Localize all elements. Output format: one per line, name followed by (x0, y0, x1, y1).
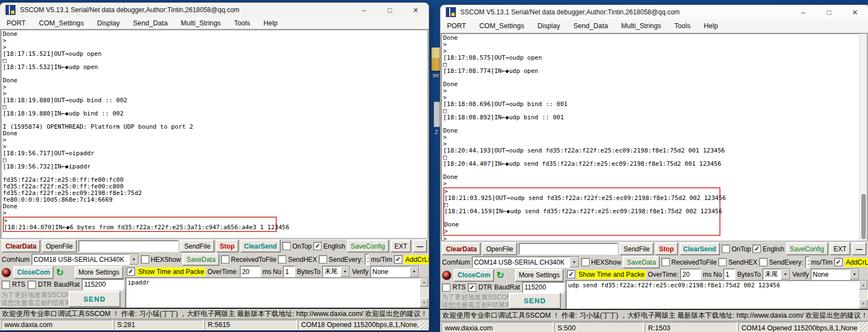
send-interval-input[interactable]: 1000 (805, 256, 809, 268)
stop-button[interactable]: Stop (655, 243, 678, 255)
dtr-label[interactable]: DTR (38, 281, 52, 288)
terminal-scrollbar[interactable] (859, 34, 867, 241)
verify-select[interactable]: None ▼ (811, 268, 860, 280)
maximize-button[interactable]: □ (377, 3, 403, 17)
com-port-select[interactable]: COM14 USB-SERIAL CH340K ▼ (472, 256, 580, 268)
send-interval-input[interactable]: 1000 (365, 254, 369, 265)
send-file-button[interactable]: SendFile (180, 240, 214, 252)
split-mode-select[interactable]: 末尾 ▼ (762, 268, 791, 280)
dtr-checkbox[interactable]: ✓ (468, 283, 476, 292)
menu-tools[interactable]: Tools (675, 22, 691, 30)
bytes-input[interactable]: 1 (723, 268, 735, 280)
addcrlf-label[interactable]: AddCrLf (404, 255, 429, 264)
save-config-button[interactable]: SaveConfig (347, 240, 389, 252)
menu-help[interactable]: Help (704, 22, 718, 30)
addcrlf-checkbox[interactable]: ✓ (834, 258, 843, 266)
english-checkbox[interactable]: ✓ (753, 245, 761, 253)
english-label[interactable]: English (323, 243, 345, 250)
dropdown-arrow-icon[interactable]: ▼ (850, 269, 859, 280)
dropdown-arrow-icon[interactable]: ▼ (129, 254, 139, 265)
scroll-up-icon[interactable]: ▲ (859, 281, 867, 289)
scroll-down-icon[interactable]: ▼ (859, 299, 867, 308)
status-website[interactable]: www.daxia.com (441, 322, 553, 332)
received-to-file-label[interactable]: ReceivedToFile (231, 256, 276, 264)
addcrlf-label[interactable]: AddCrLf (844, 258, 868, 267)
sendhex-checkbox[interactable] (278, 255, 286, 264)
sendevery-label[interactable]: SendEvery: (769, 259, 803, 266)
receive-log[interactable]: Done > > [18:17:08.575]OUT→◇udp open □ [… (441, 33, 867, 241)
stop-button[interactable]: Stop (216, 240, 239, 252)
ext-button[interactable]: EXT (391, 240, 411, 252)
dropdown-arrow-icon[interactable]: ▼ (781, 269, 790, 280)
scroll-down-icon[interactable]: ▼ (420, 298, 428, 307)
menu-display[interactable]: Display (538, 22, 560, 30)
menu-tools[interactable]: Tools (234, 19, 250, 27)
show-time-label[interactable]: Show Time and Packe (577, 270, 646, 279)
sendhex-checkbox[interactable] (718, 258, 727, 266)
receive-log[interactable]: Done > > [18:17:15.521]OUT→◇udp open □ [… (1, 29, 428, 239)
open-file-button[interactable]: OpenFile (482, 243, 517, 255)
received-to-file-label[interactable]: ReceivedToFile (671, 259, 717, 266)
open-file-button[interactable]: OpenFile (42, 240, 77, 252)
menu-help[interactable]: Help (264, 19, 278, 27)
menu-multi-strings[interactable]: Multi_Strings (181, 19, 220, 27)
collapse-button[interactable]: — (413, 240, 427, 252)
send-file-button[interactable]: SendFile (619, 243, 653, 255)
maximize-button[interactable]: □ (816, 5, 842, 19)
menu-send-data[interactable]: Send_Data (133, 19, 168, 27)
rts-label[interactable]: RTS (12, 281, 25, 288)
dtr-label[interactable]: DTR (478, 283, 492, 291)
send-text-input[interactable]: ipaddr ▲ ▼ (125, 277, 429, 308)
hexshow-checkbox[interactable] (141, 255, 149, 264)
rts-checkbox[interactable] (2, 281, 10, 289)
sendhex-label[interactable]: SendHEX (728, 259, 757, 266)
refresh-ports-icon[interactable]: ↻ (496, 271, 504, 280)
scrollbar-thumb[interactable] (861, 194, 866, 239)
ontop-label[interactable]: OnTop (292, 243, 312, 250)
resize-grip[interactable] (860, 322, 867, 332)
menu-port[interactable]: PORT (7, 19, 26, 27)
dropdown-arrow-icon[interactable]: ▼ (340, 266, 350, 277)
more-settings-button[interactable]: More Settings (75, 266, 123, 279)
sendevery-checkbox[interactable] (319, 255, 327, 264)
send-button[interactable]: SEND (509, 293, 561, 309)
sendhex-label[interactable]: SendHEX (288, 256, 317, 264)
desktop-sticky-note-icon[interactable] (432, 48, 440, 71)
clear-send-button[interactable]: ClearSend (240, 240, 281, 252)
refresh-ports-icon[interactable]: ↻ (56, 268, 64, 277)
more-settings-button[interactable]: More Settings (515, 269, 564, 282)
send-text-input[interactable]: udp send fd35:f22a:f22f:e25:ec09:2198:f8… (566, 280, 868, 309)
close-button[interactable]: ✕ (842, 5, 868, 19)
send-file-path-input[interactable] (519, 243, 618, 255)
save-data-button[interactable]: SaveData (182, 253, 219, 266)
split-mode-select[interactable]: 末尾 ▼ (322, 266, 350, 277)
dropdown-arrow-icon[interactable]: ▼ (409, 266, 419, 277)
dtr-checkbox[interactable] (28, 281, 36, 289)
close-button[interactable]: ✕ (403, 3, 429, 17)
ext-button[interactable]: EXT (830, 243, 850, 255)
menu-com-settings[interactable]: COM_Settings (480, 22, 524, 30)
menu-multi-strings[interactable]: Multi_Strings (621, 22, 661, 30)
clear-data-button[interactable]: ClearData (2, 240, 40, 252)
addcrlf-checkbox[interactable]: ✓ (394, 255, 402, 264)
ontop-checkbox[interactable] (722, 245, 730, 253)
send-button[interactable]: SEND (69, 291, 120, 307)
dropdown-arrow-icon[interactable]: ▼ (570, 257, 579, 267)
received-to-file-checkbox[interactable] (661, 258, 670, 266)
menu-display[interactable]: Display (97, 19, 120, 27)
minimize-button[interactable]: – (790, 5, 816, 19)
menu-com-settings[interactable]: COM_Settings (39, 19, 84, 27)
resize-grip[interactable] (420, 320, 428, 330)
minimize-button[interactable]: – (351, 3, 377, 17)
verify-select[interactable]: None ▼ (370, 266, 419, 277)
status-website[interactable]: www.daxia.com (1, 320, 113, 330)
ontop-checkbox[interactable] (282, 242, 291, 250)
hexshow-checkbox[interactable] (581, 258, 590, 266)
english-label[interactable]: English (762, 245, 784, 253)
scroll-up-icon[interactable]: ▲ (420, 278, 428, 287)
received-to-file-checkbox[interactable] (221, 255, 229, 264)
show-time-checkbox[interactable]: ✓ (567, 270, 575, 278)
send-scrollbar[interactable]: ▲ ▼ (859, 281, 867, 308)
close-com-button[interactable]: CloseCom (13, 266, 54, 279)
menu-send-data[interactable]: Send_Data (574, 22, 608, 30)
